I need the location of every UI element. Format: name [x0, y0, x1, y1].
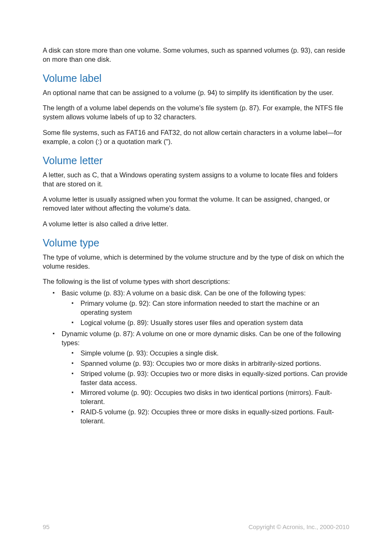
list-item: Spanned volume (p. 93): Occupies two or … [71, 359, 349, 368]
volume-letter-p1: A letter, such as C, that a Windows oper… [43, 171, 349, 189]
copyright-text: Copyright © Acronis, Inc., 2000-2010 [249, 523, 349, 530]
page-number: 95 [43, 523, 50, 530]
heading-volume-letter: Volume letter [43, 155, 349, 167]
volume-label-p3: Some file systems, such as FAT16 and FAT… [43, 128, 349, 146]
list-item: Dynamic volume (p. 87): A volume on one … [53, 330, 349, 425]
volume-type-p2: The following is the list of volume type… [43, 277, 349, 286]
volume-letter-p3: A volume letter is also called a drive l… [43, 220, 349, 229]
document-page: A disk can store more than one volume. S… [0, 0, 392, 555]
list-item: RAID-5 volume (p. 92): Occupies three or… [71, 408, 349, 426]
sublist: Primary volume (p. 92): Can store inform… [62, 299, 349, 327]
heading-volume-type: Volume type [43, 237, 349, 249]
volume-type-p1: The type of volume, which is determined … [43, 253, 349, 271]
intro-paragraph: A disk can store more than one volume. S… [43, 46, 349, 64]
list-item: Mirrored volume (p. 90): Occupies two di… [71, 388, 349, 406]
list-item: Primary volume (p. 92): Can store inform… [71, 299, 349, 317]
list-item: Striped volume (p. 93): Occupies two or … [71, 369, 349, 388]
list-item: Simple volume (p. 93): Occupies a single… [71, 349, 349, 358]
list-item-text: Basic volume (p. 83): A volume on a basi… [62, 289, 306, 297]
list-item: Logical volume (p. 89): Usually stores u… [71, 318, 349, 327]
volume-type-list: Basic volume (p. 83): A volume on a basi… [43, 289, 349, 425]
list-item: Basic volume (p. 83): A volume on a basi… [53, 289, 349, 327]
volume-letter-p2: A volume letter is usually assigned when… [43, 195, 349, 213]
volume-label-p2: The length of a volume label depends on … [43, 104, 349, 122]
heading-volume-label: Volume label [43, 72, 349, 84]
list-item-text: Dynamic volume (p. 87): A volume on one … [62, 330, 341, 346]
page-footer: 95 Copyright © Acronis, Inc., 2000-2010 [43, 523, 349, 530]
volume-label-p1: An optional name that can be assigned to… [43, 88, 349, 98]
sublist: Simple volume (p. 93): Occupies a single… [62, 349, 349, 426]
